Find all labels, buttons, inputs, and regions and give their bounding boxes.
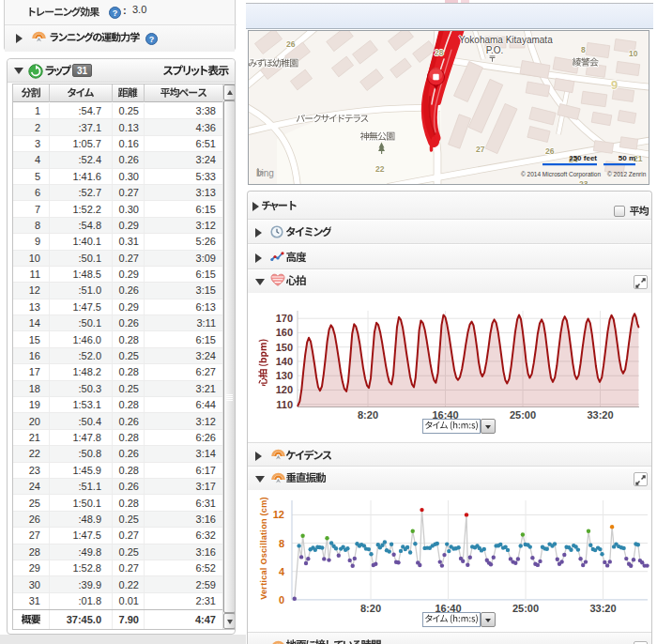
lap-cell: 4:36 <box>145 119 222 134</box>
vertical-oscillation-x-axis-selector[interactable] <box>422 612 496 627</box>
lap-cell: 1:41.6 <box>50 169 113 184</box>
collapse-arrow-icon[interactable] <box>255 452 262 461</box>
lap-row[interactable]: 251:50.10.286:31 <box>13 495 222 511</box>
lap-row[interactable]: 8:54.80.293:12 <box>13 218 222 234</box>
lap-cell: 1:52.2 <box>50 201 113 216</box>
collapse-arrow-icon[interactable] <box>255 253 262 263</box>
section-ground-contact-time[interactable] <box>248 632 651 644</box>
lap-row[interactable]: 271:47.50.276:32 <box>13 528 222 544</box>
running-dynamics-header[interactable]: ? <box>5 25 235 52</box>
collapse-arrow-icon[interactable] <box>252 202 259 211</box>
lap-cell: 9 <box>13 234 50 249</box>
lap-row[interactable]: 6:52.70.273:13 <box>13 185 222 201</box>
lap-row[interactable]: 28:49.80.253:16 <box>13 544 222 560</box>
lap-cell: :01.8 <box>50 593 113 609</box>
average-checkbox[interactable] <box>614 206 625 217</box>
svg-text:8: 8 <box>279 538 284 549</box>
lap-row[interactable]: 12:51.00.263:15 <box>13 283 222 299</box>
lap-row[interactable]: 1:54.70.253:38 <box>13 103 222 119</box>
elevation-section-title <box>286 252 306 265</box>
lap-row[interactable]: 20:50.40.263:12 <box>13 413 222 429</box>
lap-row[interactable]: 71:52.20.306:15 <box>13 201 222 217</box>
grip-line <box>226 400 233 401</box>
expand-chart-button[interactable] <box>634 472 648 486</box>
lap-row[interactable]: 14:50.10.263:11 <box>13 315 222 331</box>
lap-cell: 2:59 <box>145 576 222 591</box>
expand-arrow-icon[interactable] <box>255 279 265 285</box>
laps-column-header[interactable] <box>113 84 145 102</box>
laps-column-header[interactable] <box>13 84 50 102</box>
collapse-arrow-icon[interactable] <box>16 34 23 43</box>
expand-chart-button[interactable] <box>634 275 648 289</box>
section-elevation[interactable] <box>248 245 651 269</box>
lap-row[interactable]: 91:40.10.315:26 <box>13 234 222 250</box>
help-icon[interactable]: ? <box>145 32 158 49</box>
lap-row[interactable]: 171:48.20.286:27 <box>13 364 222 380</box>
lap-row[interactable]: 2:37.10.134:36 <box>13 119 222 135</box>
lap-cell: 4 <box>13 152 50 167</box>
section-chart[interactable] <box>248 192 651 220</box>
lap-cell: :50.8 <box>50 446 113 461</box>
scrollbar-thumb[interactable] <box>223 100 236 613</box>
laps-panel-header[interactable]: 31 <box>8 59 235 83</box>
lap-row[interactable]: 211:47.80.286:26 <box>13 430 222 446</box>
lap-summary-cell: 37:45.0 <box>50 610 113 629</box>
lap-cell: :50.3 <box>50 381 113 396</box>
dropdown-button[interactable] <box>481 612 496 627</box>
lap-cell: 3:12 <box>145 413 222 428</box>
heart-rate-x-axis-selector[interactable] <box>422 419 496 434</box>
lap-row[interactable]: 131:47.50.296:13 <box>13 299 222 315</box>
section-heart-rate[interactable] <box>248 270 651 293</box>
lap-cell: 3:17 <box>145 479 222 494</box>
x-axis-select-field[interactable] <box>422 419 481 434</box>
lap-row[interactable]: 22:50.80.263:14 <box>13 446 222 462</box>
lap-cell: 7 <box>13 201 50 216</box>
lap-row[interactable]: 291:52.80.276:52 <box>13 560 222 576</box>
lap-row[interactable]: 18:50.30.253:21 <box>13 381 222 397</box>
lap-row[interactable]: 30:39.90.222:59 <box>13 576 222 592</box>
help-icon[interactable]: ? <box>109 6 121 23</box>
section-vertical-oscillation[interactable] <box>248 468 651 490</box>
lap-row[interactable]: 16:52.00.253:24 <box>13 348 222 364</box>
lap-row[interactable]: 26:48.90.253:16 <box>13 512 222 528</box>
vertical-oscillation-chart[interactable]: 048128:2016:4025:0033:20 Vertical Oscill… <box>248 490 651 631</box>
lap-cell: 0.25 <box>113 381 145 396</box>
lap-cell: 6:52 <box>145 560 222 575</box>
lap-row[interactable]: 191:53.10.286:44 <box>13 397 222 413</box>
split-view-link[interactable] <box>163 65 229 78</box>
activity-map[interactable]: Yokohama KitayamataP.O.26288109212322272… <box>248 30 649 185</box>
lap-row[interactable]: 231:45.90.286:17 <box>13 463 222 479</box>
scrollbar-down-button[interactable] <box>223 613 236 629</box>
collapse-arrow-icon[interactable] <box>255 228 262 238</box>
lap-cell: :50.1 <box>50 251 113 266</box>
heart-rate-icon <box>270 273 285 291</box>
collapse-arrow-icon[interactable] <box>14 68 23 74</box>
lap-row[interactable]: 31:01.80.012:31 <box>13 593 222 609</box>
expand-arrow-icon[interactable] <box>255 476 265 483</box>
scrollbar-up-button[interactable] <box>223 84 236 100</box>
svg-text:25:00: 25:00 <box>510 409 536 421</box>
lap-cell: :50.4 <box>50 413 113 428</box>
lap-row[interactable]: 111:48.50.296:15 <box>13 267 222 283</box>
lap-row[interactable]: 24:51.10.263:17 <box>13 479 222 495</box>
lap-row[interactable]: 4:52.40.263:24 <box>13 152 222 168</box>
laps-column-header[interactable] <box>145 84 222 102</box>
lap-row[interactable]: 51:41.60.305:33 <box>13 169 222 185</box>
down-arrow-icon <box>227 620 233 624</box>
dropdown-button[interactable] <box>481 419 496 434</box>
lap-row[interactable]: 10:50.10.273:09 <box>13 251 222 267</box>
svg-text:12: 12 <box>273 509 284 520</box>
lap-row[interactable]: 31:05.70.166:51 <box>13 136 222 152</box>
laps-column-header[interactable] <box>50 84 113 102</box>
heart-rate-chart[interactable]: 1101201301401501601708:2016:4025:0033:20 <box>248 293 651 442</box>
lap-cell: :37.1 <box>50 119 113 134</box>
x-axis-select-field[interactable] <box>422 612 481 627</box>
map-copyright-microsoft: © 2014 Microsoft Corporation <box>521 171 601 177</box>
lap-cell: 3:21 <box>145 381 222 396</box>
laps-table-scrollbar[interactable] <box>222 84 235 629</box>
lap-cell: 0.29 <box>113 218 145 233</box>
lap-row[interactable]: 151:46.00.286:15 <box>13 331 222 347</box>
section-timing[interactable] <box>248 221 651 244</box>
activity-page: ? : 3.0 ? 31 1:54 <box>0 0 657 644</box>
section-cadence[interactable] <box>248 442 651 467</box>
